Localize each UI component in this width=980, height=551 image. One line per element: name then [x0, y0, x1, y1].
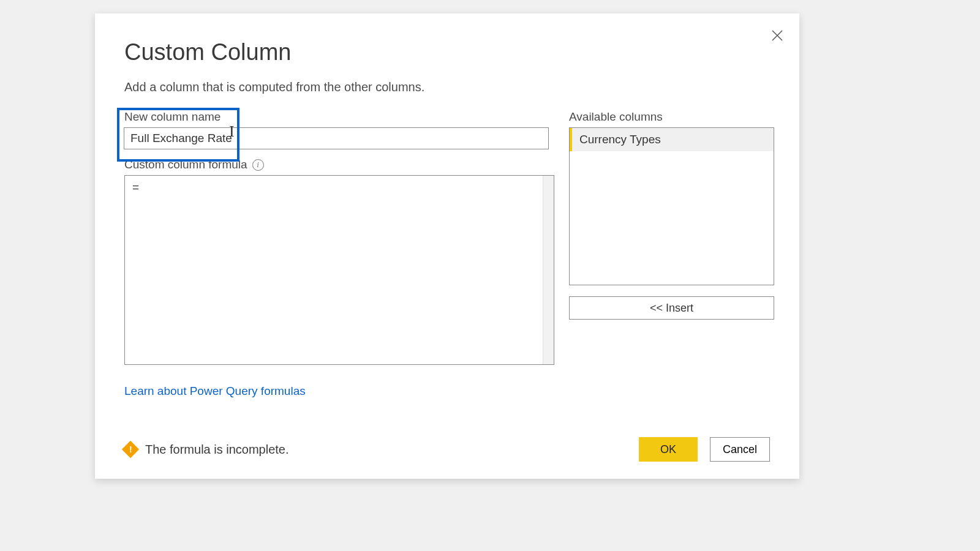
- formula-label: Custom column formula i: [124, 158, 554, 171]
- info-icon[interactable]: i: [252, 159, 264, 171]
- close-button[interactable]: [766, 24, 788, 47]
- formula-label-text: Custom column formula: [124, 158, 247, 171]
- close-icon: [772, 30, 783, 41]
- formula-input[interactable]: [124, 175, 554, 365]
- learn-link[interactable]: Learn about Power Query formulas: [124, 384, 306, 398]
- custom-column-dialog: Custom Column Add a column that is compu…: [95, 13, 799, 479]
- cancel-button[interactable]: Cancel: [710, 437, 770, 462]
- available-columns-list: Currency Types: [569, 127, 774, 285]
- insert-button[interactable]: << Insert: [569, 296, 774, 320]
- warning-icon: !: [122, 441, 139, 458]
- dialog-title: Custom Column: [124, 39, 770, 66]
- ok-button[interactable]: OK: [639, 437, 698, 462]
- list-item[interactable]: Currency Types: [570, 128, 774, 151]
- available-columns-label: Available columns: [569, 110, 774, 124]
- status-bar: ! The formula is incomplete.: [124, 443, 289, 457]
- dialog-subtitle: Add a column that is computed from the o…: [124, 80, 770, 94]
- formula-scrollbar[interactable]: [543, 176, 554, 364]
- column-name-input[interactable]: [124, 127, 549, 149]
- column-name-label: New column name: [124, 110, 554, 124]
- status-message: The formula is incomplete.: [145, 443, 289, 457]
